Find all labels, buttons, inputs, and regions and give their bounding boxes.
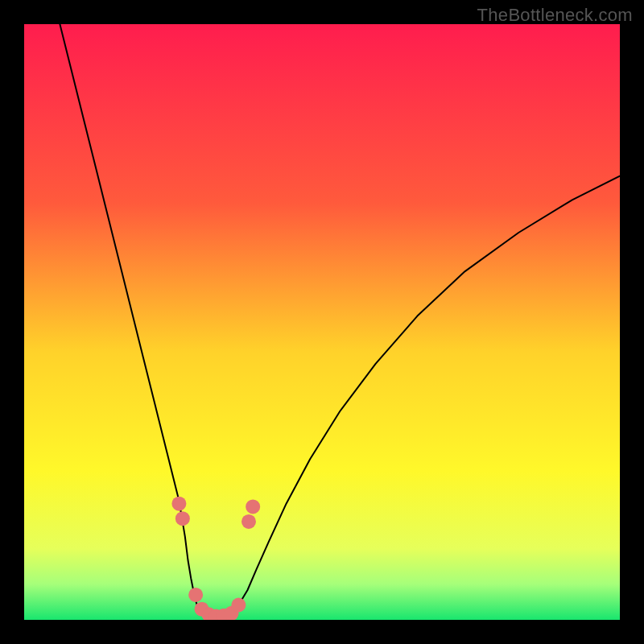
chart-frame: TheBottleneck.com [0, 0, 644, 644]
marker-point [231, 598, 246, 613]
chart-svg [24, 24, 620, 620]
marker-point [188, 588, 203, 602]
plot-area [24, 24, 620, 620]
marker-point [242, 514, 256, 529]
attribution-text: TheBottleneck.com [477, 5, 633, 26]
gradient-background [24, 24, 620, 620]
marker-point [246, 499, 260, 514]
marker-point [175, 511, 190, 526]
marker-point [171, 497, 186, 511]
